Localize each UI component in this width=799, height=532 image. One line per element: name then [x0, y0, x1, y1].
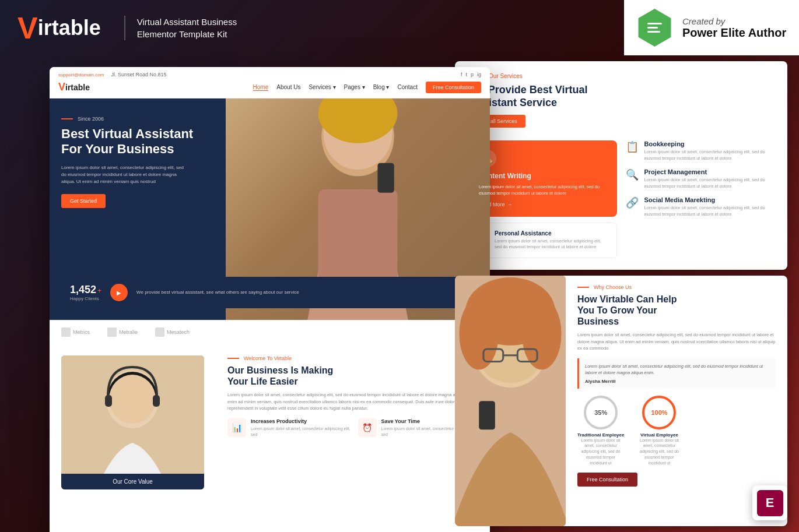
right-column: Our Services We Provide Best Virtual Ass…	[455, 61, 787, 526]
hero-description: Lorem ipsum dolor sit amet, consectetur …	[61, 164, 190, 185]
hero-title-line2: For Your Business	[61, 142, 193, 157]
nav-services[interactable]: Services ▾	[309, 84, 335, 90]
play-button[interactable]: ▶	[110, 284, 128, 301]
topbar-address: Jl. Sunset Road No.815	[111, 72, 166, 77]
hex-line-1	[647, 23, 662, 24]
virtual-label: Virtual Employee	[636, 432, 682, 438]
svg-point-8	[109, 375, 156, 424]
svg-rect-9	[105, 395, 112, 407]
bookkeeping-desc: Lorem ipsum dolor sit amet, consectetur …	[644, 149, 773, 161]
mockup-left-content: Our Core Value	[50, 344, 219, 501]
feature-productivity: 📊 Increases Productivity Lorem ipsum dol…	[227, 418, 351, 438]
social-media-content: Social Media Marekting Lorem ipsum dolor…	[644, 196, 773, 217]
services-left-col: ✏️ Content Writing Lorem ipsum dolor sit…	[469, 140, 617, 258]
services-title: We Provide Best Virtual Assistant Servic…	[469, 84, 773, 109]
mesatech-icon	[155, 327, 164, 337]
bookkeeping-title: Bookkeeping	[644, 140, 773, 147]
nav-contact[interactable]: Contact	[397, 84, 417, 90]
virtual-circle: 100%	[642, 396, 676, 429]
metralie-label: Metralie	[119, 329, 138, 335]
welcome-description: Lorem ipsum dolor sit amet, consectetur …	[227, 392, 481, 411]
logo-irtable-text: irtable	[38, 17, 101, 38]
topbar-left: support@domain.com Jl. Sunset Road No.81…	[58, 72, 166, 77]
why-title-line3: Business	[577, 316, 776, 327]
hero-since: Since 2006	[61, 116, 193, 122]
why-title-line1: How Virtable Can Help	[577, 294, 776, 305]
welcome-tag: Welcome To Virtable	[227, 355, 481, 361]
welcome-title-line2: Your Life Easier	[227, 376, 481, 387]
services-tag-text: Our Services	[489, 73, 523, 79]
hero-section: Since 2006 Best Virtual Assistant For Yo…	[50, 98, 490, 320]
elementor-logo-icon: E	[757, 490, 783, 516]
logo-area: V irtable Virtual Assistant Business Ele…	[17, 13, 237, 43]
core-value-text: Our Core Value	[113, 478, 153, 485]
topbar-email: support@domain.com	[58, 72, 104, 77]
project-management-icon: 🔍	[626, 168, 639, 181]
services-right-col: 📋 Bookkeeping Lorem ipsum dolor sit amet…	[626, 140, 773, 258]
virtual-employee-stat: 100% Virtual Employee Lorem ipsum dolor …	[636, 396, 682, 466]
elementor-badge: E	[752, 485, 787, 520]
nav-about[interactable]: About Us	[276, 84, 300, 90]
brand-logo[interactable]: V irtable	[17, 13, 101, 43]
metrics-label: Metrics	[73, 329, 90, 335]
hero-cta-button[interactable]: Get Started	[61, 194, 106, 208]
stats-bar: 1,452 + Happy Clients ▶ We provide best …	[61, 277, 478, 308]
free-consultation-button[interactable]: Free Consultation	[577, 473, 637, 487]
content-writing-title: Content Writing	[479, 172, 608, 180]
svg-point-17	[522, 298, 562, 369]
metrics-icon	[61, 327, 71, 337]
stats-number-block: 1,452 + Happy Clients	[70, 284, 101, 301]
woman2-svg	[61, 355, 204, 489]
welcome-title-line1: Our Business Is Making	[227, 365, 481, 376]
brand-mesatech: Mesatech	[155, 327, 190, 337]
elementor-e-letter: E	[766, 495, 775, 510]
content-writing-link[interactable]: Read More →	[479, 202, 608, 207]
personal-assistance-content: Personal Assistance Lorem ipsum dolor si…	[495, 230, 609, 251]
quote-author: Alysha Merrill	[585, 379, 770, 384]
why-choose-us-image	[455, 276, 566, 526]
mockup-logo-text: irtable	[65, 83, 90, 92]
woman2-background	[61, 355, 204, 489]
quote-text: Lorem ipsum dolor sit amet, consectetur …	[585, 363, 770, 376]
left-column: support@domain.com Jl. Sunset Road No.81…	[12, 61, 446, 526]
welcome-title: Our Business Is Making Your Life Easier	[227, 365, 481, 387]
virtual-desc: Lorem ipsum dolor sit amet, consectetur …	[636, 438, 682, 466]
hero-title-line1: Best Virtual Assistant	[61, 126, 193, 142]
left-section-image: Our Core Value	[61, 355, 204, 489]
tagline-line1: Virtual Assistant Business	[137, 16, 237, 28]
arrow-right-icon: →	[507, 202, 513, 207]
hex-line-3	[647, 31, 660, 33]
personal-assistance-title: Personal Assistance	[495, 230, 609, 237]
services-title-line1: We Provide Best Virtual	[469, 84, 773, 97]
power-elite-label: Power Elite Author	[682, 26, 786, 40]
productivity-desc: Lorem ipsum dolor sit amet, consectetur …	[251, 426, 351, 438]
content-writing-card: ✏️ Content Writing Lorem ipsum dolor sit…	[469, 140, 617, 217]
creator-info: Created by Power Elite Author	[682, 16, 786, 40]
why-description: Lorem ipsum dolor sit amet, consectetur …	[577, 332, 776, 351]
productivity-title: Increases Productivity	[251, 418, 351, 424]
hero-content: Since 2006 Best Virtual Assistant For Yo…	[61, 116, 193, 208]
why-tag-line	[577, 287, 589, 288]
project-management-title: Project Management	[644, 168, 773, 175]
traditional-circle: 35%	[584, 396, 618, 429]
happy-clients-label: Happy Clients	[70, 296, 101, 301]
happy-clients-number: 1,452	[70, 284, 96, 296]
services-panel: Our Services We Provide Best Virtual Ass…	[455, 61, 787, 270]
svg-rect-21	[479, 401, 495, 429]
brand-metralie: Metralie	[107, 327, 138, 337]
why-title-line2: You To Grow Your	[577, 305, 776, 316]
nav-blog[interactable]: Blog ▾	[373, 84, 390, 90]
tagline-line2: Elementor Template Kit	[137, 28, 237, 40]
mockup-nav: V irtable Home About Us Services ▾ Pages…	[58, 81, 481, 93]
nav-home[interactable]: Home	[253, 84, 269, 91]
stats-plus-sign: +	[97, 287, 101, 295]
creator-badge-area: Created by Power Elite Author	[624, 0, 799, 55]
hex-line-2	[647, 27, 658, 29]
main-layout: support@domain.com Jl. Sunset Road No.81…	[0, 55, 799, 532]
nav-cta-button[interactable]: Free Consultation	[426, 82, 481, 93]
nav-pages[interactable]: Pages ▾	[344, 84, 365, 90]
project-management-content: Project Management Lorem ipsum dolor sit…	[644, 168, 773, 189]
traditional-employee-stat: 35% Traditional Employee Lorem ipsum dol…	[577, 396, 624, 466]
hero-since-line	[61, 118, 73, 119]
stats-description: We provide best virtual assistant, see w…	[136, 289, 469, 295]
